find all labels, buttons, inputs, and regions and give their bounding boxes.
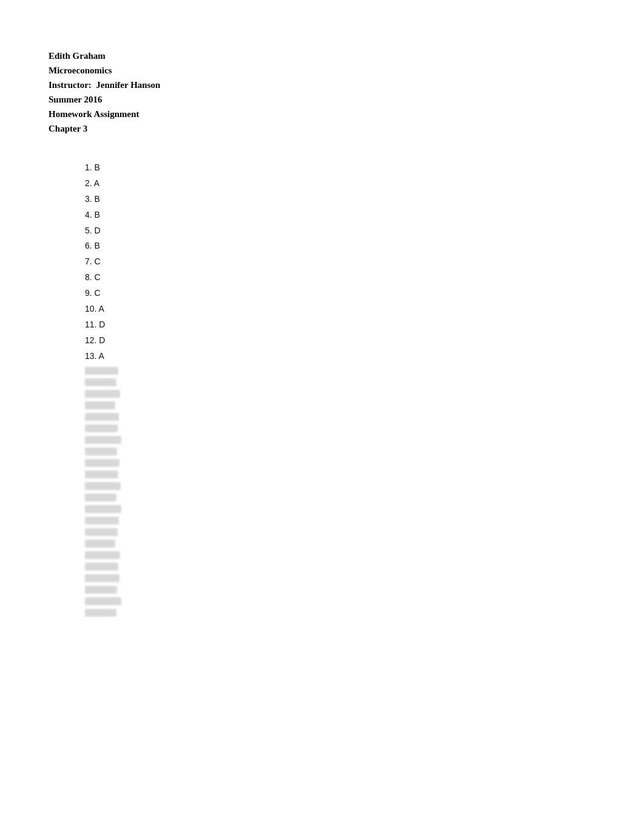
header-block: Edith Graham Microeconomics Instructor: …	[49, 49, 595, 136]
blurred-line	[85, 459, 119, 467]
blurred-line	[85, 401, 115, 409]
instructor-line: Instructor: Jennifer Hanson	[49, 78, 595, 92]
instructor-name: Jennifer Hanson	[96, 80, 160, 90]
answer-item: 11. D	[85, 317, 595, 333]
blurred-line	[85, 378, 116, 386]
blurred-line	[85, 563, 118, 571]
assignment-title: Homework Assignment	[49, 107, 595, 121]
answers-section: 1. B2. A3. B4. B5. D6. B7. C8. C9. C10. …	[85, 160, 595, 364]
instructor-label: Instructor:	[49, 80, 92, 90]
answer-item: 12. D	[85, 333, 595, 349]
blurred-line	[85, 574, 119, 582]
answer-item: 13. A	[85, 349, 595, 364]
blurred-line	[85, 367, 118, 375]
blurred-section	[85, 367, 595, 617]
semester: Summer 2016	[49, 92, 595, 107]
answer-item: 6. B	[85, 238, 595, 254]
student-name: Edith Graham	[49, 49, 595, 63]
blurred-line	[85, 471, 118, 478]
blurred-line	[85, 436, 121, 444]
blurred-line	[85, 551, 120, 559]
answer-item: 3. B	[85, 192, 595, 207]
page-container: Edith Graham Microeconomics Instructor: …	[0, 0, 644, 669]
blurred-line	[85, 494, 116, 501]
blurred-line	[85, 528, 118, 536]
blurred-line	[85, 609, 116, 617]
blurred-line	[85, 482, 121, 490]
blurred-line	[85, 448, 117, 455]
answer-item: 7. C	[85, 254, 595, 270]
answer-item: 9. C	[85, 286, 595, 301]
answer-item: 4. B	[85, 207, 595, 223]
subject: Microeconomics	[49, 63, 595, 78]
blurred-line	[85, 413, 119, 421]
blurred-line	[85, 517, 119, 525]
chapter: Chapter 3	[49, 121, 595, 136]
answer-item: 2. A	[85, 176, 595, 192]
blurred-line	[85, 390, 120, 398]
answer-item: 8. C	[85, 270, 595, 286]
answer-item: 1. B	[85, 160, 595, 176]
blurred-line	[85, 586, 117, 594]
blurred-line	[85, 505, 121, 513]
blurred-line	[85, 540, 115, 548]
answer-item: 10. A	[85, 301, 595, 317]
blurred-line	[85, 424, 118, 432]
answer-item: 5. D	[85, 223, 595, 239]
blurred-line	[85, 597, 121, 605]
